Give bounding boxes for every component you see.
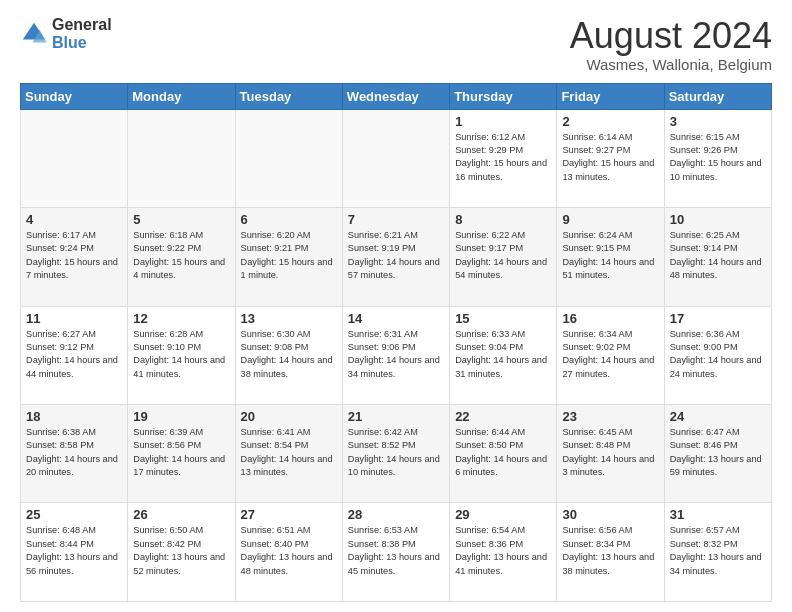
day-number: 4 <box>26 212 122 227</box>
calendar-header-row: Sunday Monday Tuesday Wednesday Thursday… <box>21 83 772 109</box>
calendar-cell: 1Sunrise: 6:12 AMSunset: 9:29 PMDaylight… <box>450 109 557 207</box>
calendar-cell: 4Sunrise: 6:17 AMSunset: 9:24 PMDaylight… <box>21 208 128 306</box>
day-number: 12 <box>133 311 229 326</box>
calendar-cell: 20Sunrise: 6:41 AMSunset: 8:54 PMDayligh… <box>235 405 342 503</box>
calendar-cell: 7Sunrise: 6:21 AMSunset: 9:19 PMDaylight… <box>342 208 449 306</box>
calendar-cell: 28Sunrise: 6:53 AMSunset: 8:38 PMDayligh… <box>342 503 449 602</box>
day-info: Sunrise: 6:42 AMSunset: 8:52 PMDaylight:… <box>348 426 444 479</box>
day-info: Sunrise: 6:34 AMSunset: 9:02 PMDaylight:… <box>562 328 658 381</box>
day-number: 9 <box>562 212 658 227</box>
calendar-cell: 31Sunrise: 6:57 AMSunset: 8:32 PMDayligh… <box>664 503 771 602</box>
calendar-cell: 27Sunrise: 6:51 AMSunset: 8:40 PMDayligh… <box>235 503 342 602</box>
day-number: 20 <box>241 409 337 424</box>
day-number: 2 <box>562 114 658 129</box>
calendar-cell: 29Sunrise: 6:54 AMSunset: 8:36 PMDayligh… <box>450 503 557 602</box>
calendar-week-2: 4Sunrise: 6:17 AMSunset: 9:24 PMDaylight… <box>21 208 772 306</box>
day-info: Sunrise: 6:15 AMSunset: 9:26 PMDaylight:… <box>670 131 766 184</box>
day-number: 13 <box>241 311 337 326</box>
day-number: 11 <box>26 311 122 326</box>
calendar-cell: 30Sunrise: 6:56 AMSunset: 8:34 PMDayligh… <box>557 503 664 602</box>
col-saturday: Saturday <box>664 83 771 109</box>
calendar-cell: 14Sunrise: 6:31 AMSunset: 9:06 PMDayligh… <box>342 306 449 404</box>
logo-icon <box>20 20 48 48</box>
col-monday: Monday <box>128 83 235 109</box>
day-info: Sunrise: 6:27 AMSunset: 9:12 PMDaylight:… <box>26 328 122 381</box>
logo-general-text: General <box>52 16 112 34</box>
day-number: 22 <box>455 409 551 424</box>
logo-text: General Blue <box>52 16 112 51</box>
subtitle: Wasmes, Wallonia, Belgium <box>570 56 772 73</box>
day-info: Sunrise: 6:50 AMSunset: 8:42 PMDaylight:… <box>133 524 229 577</box>
calendar-week-1: 1Sunrise: 6:12 AMSunset: 9:29 PMDaylight… <box>21 109 772 207</box>
col-tuesday: Tuesday <box>235 83 342 109</box>
day-number: 30 <box>562 507 658 522</box>
day-info: Sunrise: 6:39 AMSunset: 8:56 PMDaylight:… <box>133 426 229 479</box>
day-number: 6 <box>241 212 337 227</box>
calendar-cell: 11Sunrise: 6:27 AMSunset: 9:12 PMDayligh… <box>21 306 128 404</box>
day-info: Sunrise: 6:22 AMSunset: 9:17 PMDaylight:… <box>455 229 551 282</box>
day-info: Sunrise: 6:36 AMSunset: 9:00 PMDaylight:… <box>670 328 766 381</box>
day-number: 10 <box>670 212 766 227</box>
calendar-cell <box>342 109 449 207</box>
day-info: Sunrise: 6:17 AMSunset: 9:24 PMDaylight:… <box>26 229 122 282</box>
day-info: Sunrise: 6:54 AMSunset: 8:36 PMDaylight:… <box>455 524 551 577</box>
calendar-cell: 26Sunrise: 6:50 AMSunset: 8:42 PMDayligh… <box>128 503 235 602</box>
calendar-cell: 6Sunrise: 6:20 AMSunset: 9:21 PMDaylight… <box>235 208 342 306</box>
day-info: Sunrise: 6:53 AMSunset: 8:38 PMDaylight:… <box>348 524 444 577</box>
day-info: Sunrise: 6:30 AMSunset: 9:08 PMDaylight:… <box>241 328 337 381</box>
calendar-cell: 15Sunrise: 6:33 AMSunset: 9:04 PMDayligh… <box>450 306 557 404</box>
calendar-week-3: 11Sunrise: 6:27 AMSunset: 9:12 PMDayligh… <box>21 306 772 404</box>
calendar-cell: 24Sunrise: 6:47 AMSunset: 8:46 PMDayligh… <box>664 405 771 503</box>
calendar-cell: 25Sunrise: 6:48 AMSunset: 8:44 PMDayligh… <box>21 503 128 602</box>
calendar-cell: 13Sunrise: 6:30 AMSunset: 9:08 PMDayligh… <box>235 306 342 404</box>
day-number: 23 <box>562 409 658 424</box>
day-number: 26 <box>133 507 229 522</box>
col-sunday: Sunday <box>21 83 128 109</box>
calendar-cell <box>235 109 342 207</box>
col-wednesday: Wednesday <box>342 83 449 109</box>
day-number: 15 <box>455 311 551 326</box>
day-info: Sunrise: 6:57 AMSunset: 8:32 PMDaylight:… <box>670 524 766 577</box>
calendar-cell: 5Sunrise: 6:18 AMSunset: 9:22 PMDaylight… <box>128 208 235 306</box>
calendar-cell: 10Sunrise: 6:25 AMSunset: 9:14 PMDayligh… <box>664 208 771 306</box>
day-info: Sunrise: 6:24 AMSunset: 9:15 PMDaylight:… <box>562 229 658 282</box>
day-info: Sunrise: 6:41 AMSunset: 8:54 PMDaylight:… <box>241 426 337 479</box>
day-info: Sunrise: 6:21 AMSunset: 9:19 PMDaylight:… <box>348 229 444 282</box>
day-number: 14 <box>348 311 444 326</box>
day-number: 25 <box>26 507 122 522</box>
calendar-cell: 21Sunrise: 6:42 AMSunset: 8:52 PMDayligh… <box>342 405 449 503</box>
day-info: Sunrise: 6:33 AMSunset: 9:04 PMDaylight:… <box>455 328 551 381</box>
header: General Blue August 2024 Wasmes, Walloni… <box>20 16 772 73</box>
calendar-cell: 9Sunrise: 6:24 AMSunset: 9:15 PMDaylight… <box>557 208 664 306</box>
day-info: Sunrise: 6:48 AMSunset: 8:44 PMDaylight:… <box>26 524 122 577</box>
day-number: 27 <box>241 507 337 522</box>
calendar-cell: 23Sunrise: 6:45 AMSunset: 8:48 PMDayligh… <box>557 405 664 503</box>
col-friday: Friday <box>557 83 664 109</box>
day-info: Sunrise: 6:14 AMSunset: 9:27 PMDaylight:… <box>562 131 658 184</box>
day-info: Sunrise: 6:38 AMSunset: 8:58 PMDaylight:… <box>26 426 122 479</box>
title-block: August 2024 Wasmes, Wallonia, Belgium <box>570 16 772 73</box>
logo: General Blue <box>20 16 112 51</box>
day-info: Sunrise: 6:20 AMSunset: 9:21 PMDaylight:… <box>241 229 337 282</box>
day-number: 19 <box>133 409 229 424</box>
day-info: Sunrise: 6:25 AMSunset: 9:14 PMDaylight:… <box>670 229 766 282</box>
day-number: 21 <box>348 409 444 424</box>
calendar-cell: 19Sunrise: 6:39 AMSunset: 8:56 PMDayligh… <box>128 405 235 503</box>
day-number: 3 <box>670 114 766 129</box>
day-number: 18 <box>26 409 122 424</box>
day-info: Sunrise: 6:18 AMSunset: 9:22 PMDaylight:… <box>133 229 229 282</box>
calendar-cell: 12Sunrise: 6:28 AMSunset: 9:10 PMDayligh… <box>128 306 235 404</box>
calendar-cell: 17Sunrise: 6:36 AMSunset: 9:00 PMDayligh… <box>664 306 771 404</box>
calendar-cell: 16Sunrise: 6:34 AMSunset: 9:02 PMDayligh… <box>557 306 664 404</box>
calendar-cell: 18Sunrise: 6:38 AMSunset: 8:58 PMDayligh… <box>21 405 128 503</box>
calendar-cell <box>21 109 128 207</box>
col-thursday: Thursday <box>450 83 557 109</box>
day-number: 17 <box>670 311 766 326</box>
day-number: 1 <box>455 114 551 129</box>
calendar-cell: 8Sunrise: 6:22 AMSunset: 9:17 PMDaylight… <box>450 208 557 306</box>
day-info: Sunrise: 6:47 AMSunset: 8:46 PMDaylight:… <box>670 426 766 479</box>
day-info: Sunrise: 6:44 AMSunset: 8:50 PMDaylight:… <box>455 426 551 479</box>
day-info: Sunrise: 6:51 AMSunset: 8:40 PMDaylight:… <box>241 524 337 577</box>
day-number: 5 <box>133 212 229 227</box>
calendar-cell: 3Sunrise: 6:15 AMSunset: 9:26 PMDaylight… <box>664 109 771 207</box>
